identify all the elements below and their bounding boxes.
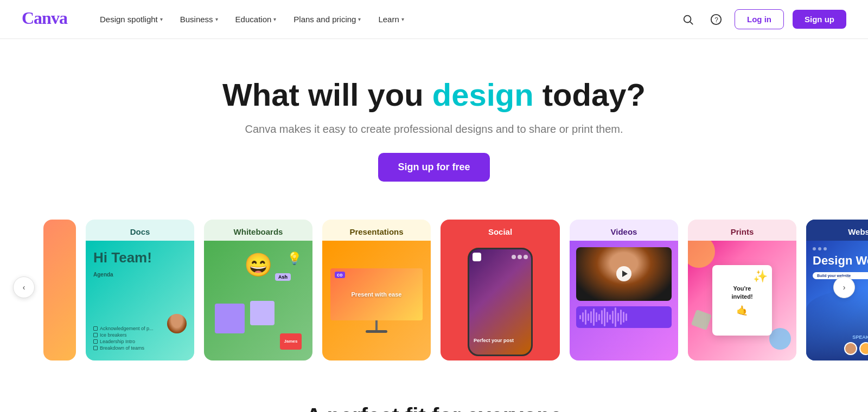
svg-text:?: ? xyxy=(714,16,718,23)
wb-inner: 😄 💡 James Ash xyxy=(204,241,312,360)
wb-ash-label: Ash xyxy=(275,273,291,281)
wave-bar xyxy=(579,315,581,319)
social-top-bar xyxy=(473,253,528,261)
card-social-body: Perfect your post xyxy=(441,244,560,360)
checkbox-icon xyxy=(93,333,98,337)
prints-inner: ✨ You'reinvited! 🤙 xyxy=(688,241,796,360)
hero-subtext: Canva makes it easy to create profession… xyxy=(22,123,846,136)
docs-greeting: Hi Team! xyxy=(93,249,187,266)
wave-bar xyxy=(620,310,622,325)
wave-bar xyxy=(612,311,614,324)
pres-screen-inner: co Present with ease xyxy=(330,268,423,320)
list-item: Ice breakers xyxy=(93,332,187,338)
pres-base xyxy=(366,330,387,333)
web-avatar-1 xyxy=(844,342,857,355)
wave-bar xyxy=(601,310,603,324)
social-icon-2 xyxy=(518,255,522,259)
footer-heading: A perfect fit for everyone xyxy=(22,404,846,412)
card-prints[interactable]: Prints ✨ You'reinvited! 🤙 xyxy=(688,220,796,360)
wb-sticky-2 xyxy=(250,301,275,325)
signup-button[interactable]: Sign up xyxy=(793,10,846,29)
wave-bar xyxy=(582,312,584,322)
social-action-icons xyxy=(512,255,528,259)
logo[interactable]: Canva xyxy=(22,9,71,30)
footer-section: A perfect fit for everyone xyxy=(0,371,868,412)
chevron-down-icon: ▾ xyxy=(358,16,361,22)
card-videos[interactable]: Videos xyxy=(570,220,678,360)
wave-bar xyxy=(604,308,605,326)
social-inner: Perfect your post xyxy=(441,244,560,360)
social-icon-3 xyxy=(524,255,528,259)
wave-bar xyxy=(593,308,595,326)
docs-agenda-label: Agenda xyxy=(93,272,187,278)
wave-bar xyxy=(585,310,586,325)
checkbox-icon xyxy=(93,326,98,331)
card-docs[interactable]: Docs Hi Team! Agenda Acknowledgement of … xyxy=(86,220,194,360)
docs-avatar xyxy=(167,314,187,333)
card-whiteboards[interactable]: Whiteboards 😄 💡 James Ash xyxy=(204,220,312,360)
nav-education[interactable]: Education ▾ xyxy=(228,10,284,28)
wave-bar xyxy=(590,311,592,323)
social-caption-text: Perfect your post xyxy=(474,338,527,344)
invite-hand-icon: 🤙 xyxy=(736,305,748,317)
help-icon[interactable]: ? xyxy=(706,10,726,29)
invite-decoration: ✨ xyxy=(753,269,768,284)
web-inner: Design Webs... Build your website SPEAKE… xyxy=(806,241,868,360)
carousel-prev-button[interactable]: ‹ xyxy=(13,276,35,298)
wave-bar xyxy=(596,312,597,322)
hero-section: What will you design today? Canva makes … xyxy=(0,39,868,203)
card-presentations[interactable]: Presentations co Present with ease xyxy=(322,220,431,360)
hero-heading: What will you design today? xyxy=(22,77,846,113)
web-top-bar xyxy=(813,247,868,250)
nav-design-spotlight[interactable]: Design spotlight ▾ xyxy=(92,10,170,28)
search-icon[interactable] xyxy=(678,10,698,29)
card-videos-title: Videos xyxy=(570,220,678,241)
login-button[interactable]: Log in xyxy=(735,9,784,29)
videos-inner xyxy=(570,241,678,360)
wave-bar xyxy=(626,313,627,321)
list-item: Leadership Intro xyxy=(93,339,187,344)
wave-bar xyxy=(623,312,624,323)
wb-sticky-james: James xyxy=(280,333,302,350)
nav-plans-pricing[interactable]: Plans and pricing ▾ xyxy=(286,10,368,28)
card-peek-left xyxy=(43,220,76,360)
wave-bar xyxy=(598,314,600,320)
docs-inner: Hi Team! Agenda Acknowledgement of p... … xyxy=(86,241,194,360)
pres-inner: co Present with ease xyxy=(322,241,431,360)
list-item: Breakdown of teams xyxy=(93,345,187,351)
web-dot-3 xyxy=(824,247,827,250)
carousel-next-button[interactable]: › xyxy=(833,276,855,298)
card-prints-title: Prints xyxy=(688,220,796,241)
chevron-down-icon: ▾ xyxy=(401,16,404,22)
invite-card: ✨ You'reinvited! 🤙 xyxy=(712,265,772,336)
pres-screen: co Present with ease xyxy=(330,268,423,320)
hero-cta-button[interactable]: Sign up for free xyxy=(378,153,489,182)
navbar: Canva Design spotlight ▾ Business ▾ Educ… xyxy=(0,0,868,39)
checkbox-icon xyxy=(93,339,98,344)
wave-bar xyxy=(588,313,589,321)
card-videos-body xyxy=(570,241,678,360)
wave-bar xyxy=(609,314,611,320)
card-websites-body: Design Webs... Build your website SPEAKE… xyxy=(806,241,868,360)
wave-bar xyxy=(607,312,608,323)
social-app-icon xyxy=(473,253,481,261)
card-websites-title: Websites xyxy=(806,220,868,241)
card-presentations-title: Presentations xyxy=(322,220,431,241)
wb-sticky-1 xyxy=(215,304,245,333)
card-docs-title: Docs xyxy=(86,220,194,241)
wave-bar xyxy=(617,313,619,321)
wave-bar xyxy=(615,307,616,327)
social-phone: Perfect your post xyxy=(468,248,533,356)
card-social-title: Social xyxy=(441,220,560,244)
social-phone-screen: Perfect your post xyxy=(469,249,531,355)
nav-learn[interactable]: Learn ▾ xyxy=(371,10,411,28)
svg-text:Canva: Canva xyxy=(22,9,68,28)
web-main-title: Design Webs... xyxy=(813,254,868,268)
card-presentations-body: co Present with ease xyxy=(322,241,431,360)
wb-emoji: 😄 xyxy=(244,252,272,278)
card-social[interactable]: Social xyxy=(441,220,560,360)
nav-business[interactable]: Business ▾ xyxy=(173,10,226,28)
video-play-button[interactable] xyxy=(616,266,631,281)
design-carousel: ‹ Docs Hi Team! Agenda Acknowledgement o… xyxy=(0,203,868,371)
card-prints-body: ✨ You'reinvited! 🤙 xyxy=(688,241,796,360)
